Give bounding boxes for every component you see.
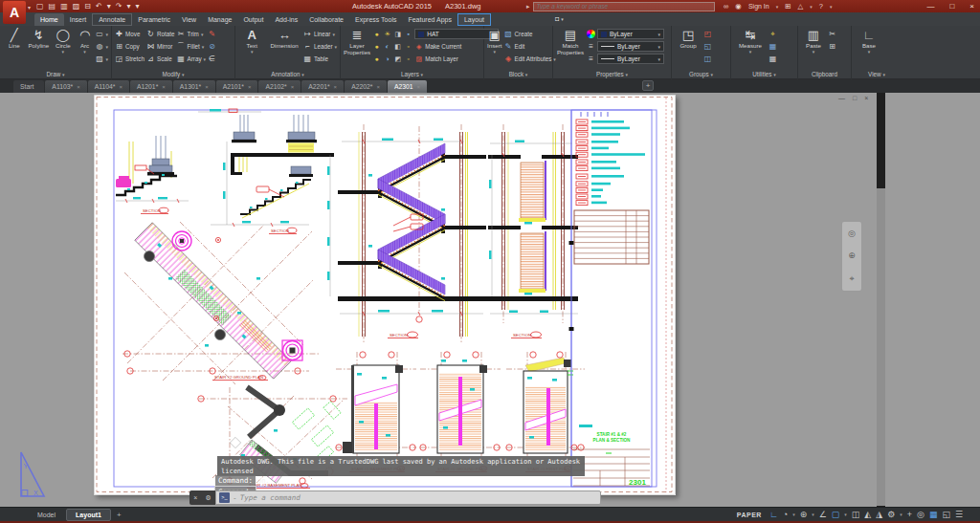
ribbon-tab[interactable]: Manage <box>202 13 237 26</box>
status-toggle-icon[interactable]: + <box>907 509 912 520</box>
panel-label-view[interactable]: View ▾ <box>852 70 902 79</box>
nav-tool-icon[interactable]: ⊕ <box>848 251 856 260</box>
create-block-button[interactable]: ▧Create <box>503 28 555 40</box>
qat-icon[interactable]: ⊟ <box>84 2 91 11</box>
layer-isolate-icon[interactable]: ◐ <box>383 43 391 50</box>
status-toggle-icon[interactable]: ◎ <box>917 509 924 520</box>
ribbon-tab[interactable]: View <box>176 13 202 26</box>
ribbon-tab[interactable]: Output <box>237 13 269 26</box>
ribbon-tab[interactable]: Insert <box>64 13 93 26</box>
doc-restore-icon[interactable]: □ <box>853 95 857 101</box>
help-dropdown-icon[interactable]: ▾ <box>830 4 833 10</box>
ungroup-icon[interactable]: ◰ <box>703 30 712 38</box>
layer-lock-icon[interactable]: ◨ <box>393 31 402 38</box>
command-line[interactable]: × ⚙ >_ - Type a command <box>189 490 601 505</box>
erase-button[interactable]: ✎ <box>208 28 216 40</box>
app-logo[interactable]: A <box>3 1 26 24</box>
qat-icon[interactable]: ▨ <box>73 2 80 11</box>
panel-label-clipboard[interactable]: Clipboard <box>798 70 851 79</box>
status-toggle-icon[interactable]: ▦ <box>929 509 938 520</box>
trim-button[interactable]: ✂Trim▾ <box>177 28 207 40</box>
table-button[interactable]: ▦Table <box>303 53 337 65</box>
layer-match-icon[interactable]: ◑ <box>383 55 391 62</box>
panel-label-annotation[interactable]: Annotation ▾ <box>235 70 340 79</box>
base-button[interactable]: ∟Base▾ <box>855 28 883 54</box>
paste-button[interactable]: ▥Paste▾ <box>801 28 826 54</box>
status-toggle-icon[interactable]: ◱ <box>942 509 950 520</box>
ribbon-display-toggle[interactable]: ◘ ▾ <box>550 12 568 25</box>
circle-button[interactable]: ◯Circle▾ <box>52 28 75 54</box>
new-layout-button[interactable]: + <box>113 511 125 519</box>
sign-in-button[interactable]: Sign In <box>748 3 769 10</box>
qat-icon[interactable]: ↷ <box>116 2 122 11</box>
join-button[interactable]: ∈ <box>208 53 216 65</box>
qat-icon[interactable]: ▥ <box>60 2 68 11</box>
search-input[interactable] <box>533 2 715 11</box>
make-current-icon[interactable]: ◈ <box>414 43 423 51</box>
file-tab-close-icon[interactable]: × <box>334 84 338 90</box>
model-tab[interactable]: Model <box>29 510 64 520</box>
ribbon-tab[interactable]: Layout <box>457 13 491 26</box>
insert-button[interactable]: ▣Insert▾ <box>487 28 501 54</box>
ribbon-tab[interactable]: Featured Apps <box>402 13 457 26</box>
ribbon-tab[interactable]: Home <box>34 13 64 26</box>
color-wheel-icon[interactable] <box>587 30 595 38</box>
status-toggle-icon[interactable]: ∟ <box>769 509 778 520</box>
layer-walk-icon[interactable]: ● <box>372 55 381 62</box>
quick-calc-icon[interactable]: ▦ <box>768 54 777 63</box>
linear-button[interactable]: ↦Linear▾ <box>303 28 337 40</box>
ribbon-tab[interactable]: Annotate <box>92 13 132 26</box>
layer-off-icon[interactable]: ● <box>372 43 381 50</box>
command-input[interactable]: >_ - Type a command <box>215 490 601 505</box>
qat-icon[interactable]: ▾ <box>107 2 111 11</box>
search-go-icon[interactable]: ▸ <box>526 3 530 11</box>
layer-unlock-icon[interactable]: ▫ <box>404 43 412 50</box>
ribbon-tab[interactable]: Add-ins <box>269 13 303 26</box>
navigation-bar[interactable]: ◎⊕⌖ <box>841 221 862 292</box>
status-toggle-icon[interactable]: ◔ <box>783 509 788 520</box>
edit-attributes-button[interactable]: ◈Edit Attributes▾ <box>503 53 555 65</box>
lineweight-dropdown[interactable]: ByLayer▾ <box>597 41 664 52</box>
status-toggle-icon[interactable]: ⊛ <box>800 509 808 520</box>
layer-prev-icon[interactable]: ◩ <box>393 55 402 63</box>
store-cart-icon[interactable]: ⊞ <box>785 2 791 11</box>
ribbon-tab[interactable]: Collaborate <box>303 13 349 26</box>
copy-button[interactable]: ⊞Copy <box>115 40 145 53</box>
file-tab[interactable]: Start <box>13 80 44 93</box>
file-tab-close-icon[interactable]: × <box>119 84 122 90</box>
new-drawing-tab-button[interactable]: + <box>642 80 654 91</box>
qat-icon[interactable]: ▤ <box>49 2 56 11</box>
rotate-button[interactable]: ↻Rotate <box>146 28 175 40</box>
file-tab-close-icon[interactable]: × <box>77 84 80 90</box>
panel-label-draw[interactable]: Draw ▾ <box>0 70 111 79</box>
qat-icon[interactable]: ▾ <box>126 2 130 11</box>
copy-clip-icon[interactable]: ⊞ <box>828 42 836 51</box>
edit-block-button[interactable]: ✎Edit <box>503 40 555 53</box>
panel-label-properties[interactable]: Properties ▾ <box>553 70 671 79</box>
person-icon[interactable]: ◉ <box>735 2 742 11</box>
file-tab[interactable]: A2102* × <box>258 80 301 93</box>
a360-icon[interactable]: △ <box>798 2 804 11</box>
match-layer-icon[interactable]: ▨ <box>414 55 423 63</box>
command-line-grip[interactable]: × ⚙ <box>189 490 215 505</box>
file-tab[interactable]: A2301 × <box>388 80 427 93</box>
layout-paper[interactable]: .dd1{stroke:#a85848;stroke-width:0.55;st… <box>94 95 676 495</box>
panel-label-utilities[interactable]: Utilities ▾ <box>731 70 797 79</box>
panel-label-block[interactable]: Block ▾ <box>484 70 552 79</box>
command-tools-icon[interactable]: ⚙ <box>206 494 212 502</box>
rectangle-button[interactable]: ▭▾ <box>96 28 109 40</box>
vertical-scrollbar[interactable] <box>877 93 885 507</box>
status-toggle-icon[interactable]: ◭ <box>864 509 871 520</box>
match-layer-button[interactable]: Match Layer <box>425 55 458 62</box>
color-dropdown[interactable]: ByLayer▾ <box>597 29 664 39</box>
qat-icon[interactable]: ↶ <box>96 2 102 11</box>
layer-thaw-icon[interactable]: ☀ <box>383 31 391 38</box>
search-browse-icon[interactable]: ∞ <box>724 2 728 11</box>
move-button[interactable]: ✚Move <box>115 28 145 40</box>
file-tab-close-icon[interactable]: × <box>162 84 166 90</box>
status-toggle-icon[interactable]: ◮ <box>876 509 882 520</box>
make-current-button[interactable]: Make Current <box>425 43 461 50</box>
leader-button[interactable]: ⌐Leader▾ <box>303 40 337 53</box>
group-button[interactable]: ◳Group <box>675 28 702 50</box>
ribbon-tab[interactable]: Parametric <box>132 13 176 26</box>
